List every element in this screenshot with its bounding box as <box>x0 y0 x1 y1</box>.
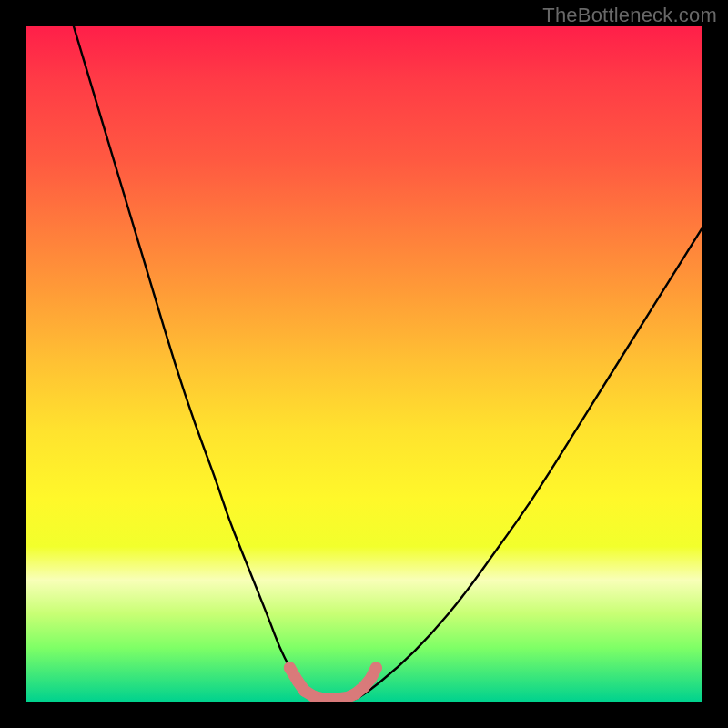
svg-point-3 <box>308 691 319 702</box>
plot-area <box>26 26 702 702</box>
watermark-text: TheBottleneck.com <box>542 4 717 27</box>
svg-point-1 <box>292 675 304 687</box>
chart-svg <box>26 26 702 702</box>
chart-frame: TheBottleneck.com <box>0 0 728 728</box>
svg-point-9 <box>365 672 377 684</box>
bottleneck-curve <box>74 26 702 702</box>
svg-point-10 <box>370 662 382 673</box>
bottom-markers <box>284 662 382 702</box>
svg-point-0 <box>284 662 296 673</box>
